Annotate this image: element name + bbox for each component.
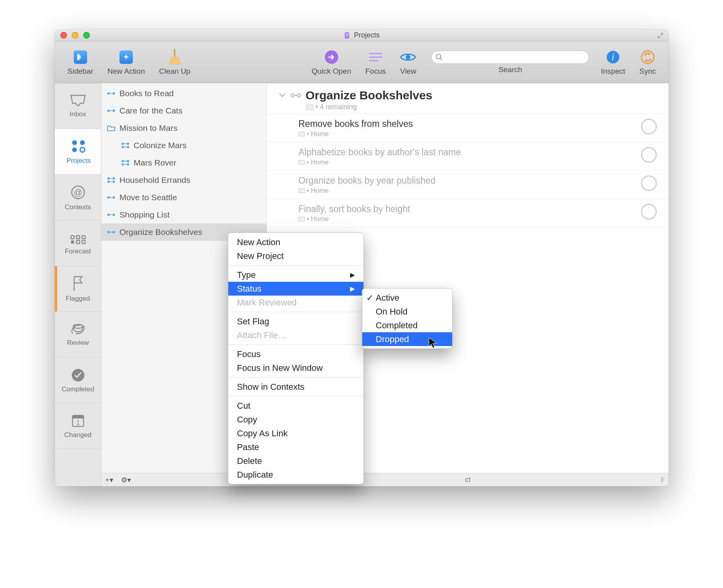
context-menu-item[interactable]: Cut <box>228 399 363 413</box>
perspective-completed[interactable]: Completed <box>55 357 101 403</box>
search-input[interactable] <box>431 50 589 64</box>
task-checkbox[interactable] <box>641 204 657 220</box>
sync-icon <box>639 49 656 65</box>
submenu-item[interactable]: Dropped <box>362 332 452 346</box>
project-item[interactable]: Books to Read <box>101 85 266 102</box>
svg-point-49 <box>107 231 110 233</box>
inspect-button[interactable]: i Inspect <box>594 41 632 83</box>
svg-point-29 <box>107 92 110 95</box>
zoom-window-button[interactable] <box>83 32 90 39</box>
menu-item-label: New Project <box>237 251 284 261</box>
task-row[interactable]: Organize books by year published • Home <box>267 171 669 199</box>
perspective-forecast[interactable]: Forecast <box>55 220 101 266</box>
clean-up-label: Clean Up <box>159 67 190 76</box>
sidebar-icon <box>74 50 87 64</box>
focus-button[interactable]: Focus <box>358 41 393 83</box>
svg-rect-2 <box>174 49 175 57</box>
view-button[interactable]: View <box>393 41 423 83</box>
disclosure-icon[interactable] <box>279 93 286 98</box>
outline-header: Organize Bookshelves • 4 remaining <box>267 83 669 114</box>
sync-button[interactable]: Sync <box>632 41 663 83</box>
close-window-button[interactable] <box>60 32 67 39</box>
submenu-item[interactable]: Completed <box>362 318 452 332</box>
resize-grip[interactable]: ⦀ <box>661 476 665 484</box>
context-menu-item[interactable]: Copy <box>228 413 363 426</box>
new-action-button[interactable]: + New Action <box>101 41 152 83</box>
context-menu-item[interactable]: Paste <box>228 440 363 454</box>
submenu-item[interactable]: ✓Active <box>362 291 452 305</box>
task-checkbox[interactable] <box>641 175 657 191</box>
context-menu-item[interactable]: Copy As Link <box>228 426 363 440</box>
submenu-arrow-icon: ▶ <box>350 271 355 279</box>
menu-separator <box>228 396 363 396</box>
project-item[interactable]: Care for the Cats <box>101 102 266 119</box>
project-item[interactable]: Mars Rover <box>101 154 266 171</box>
changed-icon: 1 <box>70 413 86 429</box>
context-menu-item[interactable]: Set Flag <box>228 314 363 328</box>
window-title-area: Projects <box>55 31 669 39</box>
note-icon <box>298 188 305 193</box>
project-item[interactable]: Household Errands <box>101 171 266 189</box>
context-menu-item[interactable]: Focus <box>228 347 363 361</box>
svg-point-30 <box>113 92 115 95</box>
svg-text:@: @ <box>73 188 82 197</box>
plus-icon: + <box>119 50 133 64</box>
submenu-item[interactable]: On Hold <box>362 305 452 318</box>
svg-rect-5 <box>369 56 382 58</box>
menu-item-label: Type <box>237 270 256 280</box>
project-type-icon <box>121 141 130 150</box>
menu-item-label: Focus <box>237 349 261 359</box>
svg-point-41 <box>107 177 110 180</box>
review-icon <box>69 322 87 337</box>
context-menu-item[interactable]: Delete <box>228 454 363 468</box>
perspective-projects[interactable]: Projects <box>55 129 101 175</box>
project-item[interactable]: Shopping List <box>101 206 266 223</box>
perspective-label: Forecast <box>65 247 91 255</box>
perspective-changed[interactable]: 1 Changed <box>55 403 101 449</box>
perspective-contexts[interactable]: @ Contexts <box>55 175 101 220</box>
svg-point-44 <box>113 180 115 183</box>
project-item[interactable]: Mission to Mars <box>101 119 266 137</box>
task-row[interactable]: Finally, sort books by height • Home <box>267 199 669 227</box>
menu-item-label: Duplicate <box>237 470 273 480</box>
project-label: Shopping List <box>119 210 170 220</box>
note-icon <box>298 132 305 136</box>
perspective-inbox[interactable]: Inbox <box>55 83 101 129</box>
svg-point-7 <box>406 55 410 60</box>
menu-item-label: Paste <box>237 442 259 452</box>
context-menu-item[interactable]: New Action <box>228 235 363 249</box>
perspective-label: Inbox <box>70 110 86 118</box>
gear-menu-button[interactable]: ⚙︎▾ <box>121 476 131 484</box>
search-label: Search <box>498 65 522 74</box>
sidebar-toggle-button[interactable]: Sidebar <box>60 41 101 83</box>
task-checkbox[interactable] <box>641 119 657 134</box>
context-menu-item[interactable]: Focus in New Window <box>228 361 363 375</box>
svg-point-38 <box>127 160 129 162</box>
context-menu-item[interactable]: Show in Contexts <box>228 380 363 394</box>
note-icon <box>298 160 305 165</box>
task-checkbox[interactable] <box>641 147 657 163</box>
status-submenu[interactable]: ✓ActiveOn HoldCompletedDropped <box>362 288 453 349</box>
project-item[interactable]: Move to Seattle <box>101 189 266 206</box>
project-item[interactable]: Colonize Mars <box>101 137 266 154</box>
perspective-review[interactable]: Review <box>55 312 101 357</box>
context-menu-item[interactable]: Type▶ <box>228 268 363 282</box>
project-label: Books to Read <box>119 89 174 98</box>
fullscreen-icon[interactable] <box>657 32 664 39</box>
submenu-item-label: Completed <box>376 320 417 331</box>
minimize-window-button[interactable] <box>72 32 78 39</box>
svg-point-46 <box>113 196 115 199</box>
task-row[interactable]: Remove books from shelves • Home <box>267 114 669 142</box>
project-label: Move to Seattle <box>119 193 177 202</box>
task-row[interactable]: Alphabetize books by author's last name … <box>267 142 669 171</box>
quick-open-button[interactable]: Quick Open <box>304 41 358 83</box>
perspective-flagged[interactable]: Flagged <box>55 266 101 312</box>
clean-up-button[interactable]: Clean Up <box>152 41 198 83</box>
context-menu[interactable]: New ActionNew ProjectType▶Status▶Mark Re… <box>228 233 364 484</box>
context-menu-item[interactable]: Duplicate <box>228 468 363 482</box>
context-menu-item: Mark Reviewed <box>228 296 363 309</box>
add-menu-button[interactable]: +▾ <box>105 476 113 484</box>
context-menu-item[interactable]: New Project <box>228 249 363 263</box>
context-menu-item[interactable]: Status▶ <box>228 282 363 296</box>
svg-rect-22 <box>76 240 80 244</box>
